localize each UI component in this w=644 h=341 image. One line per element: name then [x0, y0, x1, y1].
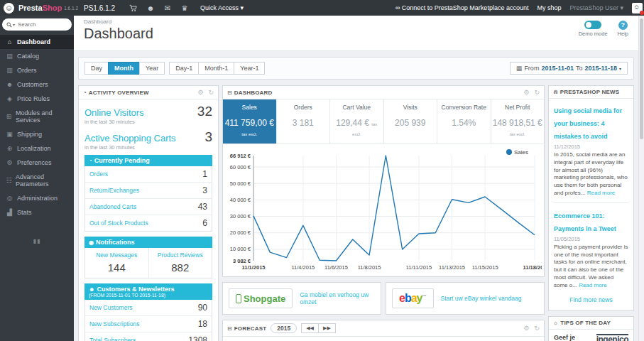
- advanced-parameters-icon: ☷: [5, 177, 13, 184]
- pending-row-abandoned-carts[interactable]: Abandoned Carts43: [85, 199, 212, 215]
- top-bar: ☺ PrestaShop 1.6.1.2 PS1.6.1.2 ☻ ✉ ♛ Qui…: [0, 0, 644, 16]
- range-month-button[interactable]: Month: [108, 62, 140, 75]
- pending-icon: ◔: [89, 158, 92, 164]
- shop-version-link[interactable]: PS1.6.1.2: [84, 4, 115, 12]
- customers-section-icon: ☻: [89, 286, 94, 293]
- range-year-button[interactable]: Year: [139, 62, 165, 75]
- activity-overview-panel: ◔ ACTIVITY OVERVIEW ⚙↻ Online Visitors32…: [78, 85, 219, 341]
- shopgate-link[interactable]: Ga mobiel en verhoog uw omzet: [300, 291, 375, 305]
- kpi-cart-value[interactable]: Cart Value129,44 € tax excl.: [330, 99, 384, 144]
- notifications-header: ◉Notifications: [84, 237, 212, 248]
- sidebar-item-preferences[interactable]: ⚙Preferences: [0, 156, 74, 170]
- cart-icon[interactable]: [125, 4, 142, 12]
- svg-text:30 000 €: 30 000 €: [230, 213, 251, 220]
- range-month-1-button[interactable]: Month-1: [198, 62, 234, 75]
- sidebar-item-shipping[interactable]: ▣Shipping: [0, 127, 74, 141]
- ebay-logo: ebay™: [392, 288, 434, 308]
- gear-icon[interactable]: ⚙: [523, 325, 529, 332]
- pending-row-returns[interactable]: Return/Exchanges3: [85, 183, 212, 199]
- sidebar-item-catalog[interactable]: ▤Catalog: [0, 49, 74, 63]
- range-day-button[interactable]: Day: [84, 62, 109, 75]
- forecast-next-button[interactable]: ▶▶: [318, 323, 336, 333]
- search-input[interactable]: [18, 21, 59, 28]
- svg-text:11/6/2015: 11/6/2015: [324, 264, 348, 271]
- read-more-link[interactable]: Read more: [579, 282, 607, 288]
- catalog-icon: ▤: [5, 53, 14, 60]
- refresh-icon[interactable]: ↻: [534, 89, 540, 96]
- find-more-news-link[interactable]: Find more news: [554, 296, 628, 303]
- customers-row-total-subscribers[interactable]: Total Subscribers1308: [85, 332, 212, 341]
- demo-mode-label: Demo mode: [579, 31, 608, 37]
- online-visitors-link[interactable]: Online Visitors: [84, 107, 144, 118]
- customers-notification-icon[interactable]: ☻: [142, 4, 159, 12]
- range-year-1-button[interactable]: Year-1: [234, 62, 265, 75]
- forecast-prev-button[interactable]: ◀◀: [301, 323, 319, 333]
- ebay-link[interactable]: Start uw eBay winkel vandaag: [441, 295, 522, 302]
- refresh-icon[interactable]: ↻: [534, 325, 540, 332]
- active-carts-link[interactable]: Active Shopping Carts: [84, 133, 176, 144]
- product-reviews-cell[interactable]: Product Reviews882: [148, 248, 212, 278]
- breadcrumb[interactable]: Dashboard: [84, 18, 630, 25]
- sidebar-item-administration[interactable]: ◎Administration: [0, 191, 74, 205]
- new-messages-cell[interactable]: New Messages144: [85, 248, 148, 278]
- sidebar-item-customers[interactable]: ☻Customers: [0, 77, 74, 92]
- shopgate-logo: Shopgate: [229, 288, 293, 308]
- marketplace-link[interactable]: ∞ Connect to PrestaShop Marketplace acco…: [395, 4, 529, 11]
- marketplace-icon: ∞: [395, 4, 400, 11]
- customers-row-new-customers[interactable]: New Customers90: [85, 300, 212, 316]
- svg-text:60 000 €: 60 000 €: [230, 164, 251, 170]
- page-scrollbar[interactable]: [638, 16, 644, 341]
- svg-text:50 000 €: 50 000 €: [230, 180, 251, 187]
- range-day-1-button[interactable]: Day-1: [169, 62, 199, 75]
- shipping-icon: ▣: [5, 131, 14, 138]
- activity-icon: ◔: [83, 90, 87, 96]
- collapse-menu-icon[interactable]: ▮▮: [0, 238, 74, 244]
- sidebar-item-localization[interactable]: ⊕Localization: [0, 141, 74, 156]
- my-shop-link[interactable]: My shop: [537, 4, 561, 11]
- svg-text:11/8/2015: 11/8/2015: [358, 264, 381, 271]
- messages-icon[interactable]: ✉: [159, 4, 176, 12]
- svg-text:Sales: Sales: [514, 149, 528, 156]
- sidebar-item-dashboard[interactable]: ⌂Dashboard: [0, 35, 74, 49]
- quick-access-menu[interactable]: Quick Access ▾: [200, 4, 244, 11]
- kpi-visits[interactable]: Visits205 939: [384, 99, 438, 144]
- sidebar-item-price-rules[interactable]: ◈Price Rules: [0, 92, 74, 106]
- customers-row-new-subscriptions[interactable]: New Subscriptions18: [85, 316, 212, 332]
- kpi-net-profit[interactable]: Net Profit148 918,51 € tax excl.: [491, 99, 545, 144]
- svg-text:10 000 €: 10 000 €: [230, 246, 251, 252]
- sidebar-item-stats[interactable]: ▟Stats: [0, 205, 74, 220]
- scrollbar-thumb[interactable]: [640, 18, 643, 139]
- gear-icon[interactable]: ⚙: [523, 89, 529, 96]
- sidebar-item-orders[interactable]: ▥Orders: [0, 63, 74, 77]
- sidebar-item-advanced-parameters[interactable]: ☷Advanced Parameters: [0, 170, 74, 191]
- sidebar-search[interactable]: ▾: [2, 18, 72, 31]
- help-label: Help: [618, 31, 628, 37]
- svg-text:11/15/2015: 11/15/2015: [472, 264, 498, 271]
- read-more-link[interactable]: Read more: [587, 190, 616, 196]
- date-range-picker[interactable]: ▦ From2015-11-01 To2015-11-18 ▾: [510, 62, 628, 75]
- help-icon[interactable]: ?: [618, 21, 628, 30]
- news-article-title[interactable]: Ecommerce 101: Payments in a Tweet: [554, 212, 616, 232]
- pending-row-out-of-stock[interactable]: Out of Stock Products6: [85, 215, 212, 231]
- news-article-title[interactable]: Using social media for your business: 4 …: [554, 107, 622, 140]
- kpi-conversion-rate[interactable]: Conversion Rate1.54%: [437, 99, 491, 144]
- news-article: Using social media for your business: 4 …: [554, 103, 628, 197]
- ingenico-logo: ingenico Payment services: [583, 334, 628, 341]
- page-title: Dashboard: [84, 26, 630, 42]
- trophy-icon[interactable]: ♛: [176, 4, 193, 12]
- kpi-sales[interactable]: Sales411 759,00 € tax excl.: [223, 99, 277, 144]
- sidebar-nav: ▾ ⌂Dashboard ▤Catalog ▥Orders ☻Customers…: [0, 16, 74, 341]
- date-from: 2015-11-01: [541, 65, 574, 72]
- pending-row-orders[interactable]: Orders1: [85, 166, 212, 183]
- search-scope-caret-icon[interactable]: ▾: [13, 22, 15, 27]
- kpi-orders[interactable]: Orders3 181: [277, 99, 331, 144]
- gear-icon[interactable]: ⚙: [197, 89, 203, 96]
- user-avatar[interactable]: ☺: [632, 3, 643, 13]
- tips-of-the-day-panel: ☼ TIPS OF THE DAY ingenico Payment servi…: [548, 316, 634, 341]
- demo-mode-toggle[interactable]: [584, 21, 601, 29]
- currently-pending-header: ◔Currently Pending: [84, 155, 212, 166]
- demo-mode-control: Demo mode: [579, 21, 608, 37]
- refresh-icon[interactable]: ↻: [208, 89, 214, 96]
- sidebar-item-modules[interactable]: ⊞Modules and Services: [0, 106, 74, 127]
- user-menu[interactable]: PrestaShop User ▾: [569, 4, 623, 11]
